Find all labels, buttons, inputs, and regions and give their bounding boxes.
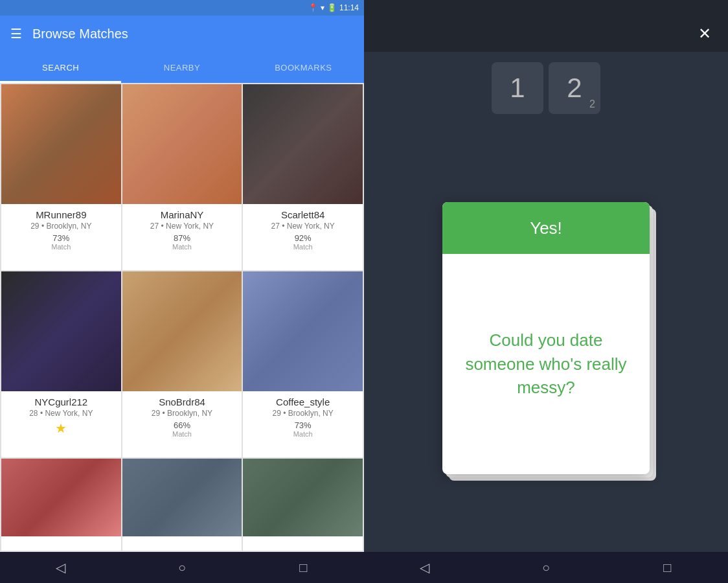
profile-age-loc: 28 • New York, NY xyxy=(6,409,116,418)
profile-card-partial-2[interactable] xyxy=(122,459,242,551)
profile-name: Coffee_style xyxy=(248,396,358,407)
profile-name: MarinaNY xyxy=(128,209,237,220)
app-title: Browse Matches xyxy=(32,27,128,41)
right-toolbar: ✕ xyxy=(364,16,728,52)
profile-match-pct: 66% xyxy=(128,420,237,430)
profile-match-label: Match xyxy=(128,243,237,251)
profile-photo-snowbrdr84 xyxy=(122,271,242,391)
tab-search[interactable]: SEARCH xyxy=(0,52,121,83)
profile-grid: MRunner89 29 • Brooklyn, NY 73% Match Ma… xyxy=(0,83,364,552)
card-body: Could you date someone who's really mess… xyxy=(442,254,650,474)
profile-match-pct: 73% xyxy=(248,420,358,430)
profile-card-coffee-style[interactable]: Coffee_style 29 • Brooklyn, NY 73% Match xyxy=(243,271,363,457)
profile-card-marinany[interactable]: MarinaNY 27 • New York, NY 87% Match xyxy=(122,84,242,270)
profile-photo-partial-2 xyxy=(122,459,242,536)
profile-card-partial-3[interactable] xyxy=(243,459,363,551)
nav-bar-right: ◁ ○ □ xyxy=(364,552,728,583)
nav-bar-left: ◁ ○ □ xyxy=(0,552,364,583)
profile-match-label: Match xyxy=(248,430,358,438)
profile-match-pct: 92% xyxy=(248,233,358,243)
profile-card-partial-1[interactable] xyxy=(1,459,121,551)
answer-tile-1[interactable]: 1 xyxy=(492,62,543,114)
profile-card-mrunner89[interactable]: MRunner89 29 • Brooklyn, NY 73% Match xyxy=(1,84,121,270)
card-stack: Yes! Could you date someone who's really… xyxy=(442,202,650,474)
toolbar: ☰ Browse Matches xyxy=(0,16,364,52)
tabs-bar: SEARCH NEARBY BOOKMARKS xyxy=(0,52,364,83)
home-button-right[interactable]: ○ xyxy=(527,552,565,583)
question-card[interactable]: Yes! Could you date someone who's really… xyxy=(442,202,650,474)
close-button[interactable]: ✕ xyxy=(692,21,718,47)
profile-name: SnoBrdr84 xyxy=(128,396,237,407)
card-header: Yes! xyxy=(442,202,650,254)
profile-photo-mrunner89 xyxy=(1,84,121,204)
back-button[interactable]: ◁ xyxy=(41,552,80,583)
tab-bookmarks[interactable]: BOOKMARKS xyxy=(243,52,364,83)
profile-photo-scarlett84 xyxy=(243,84,363,204)
profile-match-label: Match xyxy=(128,430,237,438)
bookmark-star-icon: ★ xyxy=(6,420,116,436)
home-button[interactable]: ○ xyxy=(163,552,201,583)
status-time: 11:14 xyxy=(339,3,359,12)
profile-age-loc: 29 • Brooklyn, NY xyxy=(128,409,237,418)
wifi-icon: ▾ xyxy=(321,3,324,12)
profile-card-scarlett84[interactable]: Scarlett84 27 • New York, NY 92% Match xyxy=(243,84,363,270)
app-container: 📍 ▾ 🔋 11:14 ☰ Browse Matches SEARCH NEAR… xyxy=(0,0,728,583)
right-panel: ✕ 1 2 2 Yes! Could you da xyxy=(364,0,728,583)
status-icons: 📍 ▾ 🔋 11:14 xyxy=(308,3,359,12)
profile-name: NYCgurl212 xyxy=(6,396,116,407)
profile-photo-nycgurl212 xyxy=(1,271,121,391)
profile-match-label: Match xyxy=(6,243,116,251)
recents-button[interactable]: □ xyxy=(284,552,323,583)
profile-photo-marinany xyxy=(122,84,242,204)
status-bar: 📍 ▾ 🔋 11:14 xyxy=(0,0,364,16)
profile-match-pct: 87% xyxy=(128,233,237,243)
question-text: Could you date someone who's really mess… xyxy=(458,328,634,399)
yes-label: Yes! xyxy=(530,218,562,238)
profile-photo-partial-3 xyxy=(243,459,363,536)
profile-card-snowbrdr84[interactable]: SnoBrdr84 29 • Brooklyn, NY 66% Match xyxy=(122,271,242,457)
profile-name: Scarlett84 xyxy=(248,209,358,220)
tab-nearby[interactable]: NEARBY xyxy=(121,52,242,83)
location-icon: 📍 xyxy=(308,3,318,12)
profile-card-nycgurl212[interactable]: NYCgurl212 28 • New York, NY ★ xyxy=(1,271,121,457)
profile-photo-partial-1 xyxy=(1,459,121,536)
right-status-bar xyxy=(364,0,728,16)
profile-age-loc: 27 • New York, NY xyxy=(128,222,237,231)
recents-button-right[interactable]: □ xyxy=(648,552,687,583)
battery-icon: 🔋 xyxy=(327,3,337,12)
profile-match-pct: 73% xyxy=(6,233,116,243)
profile-age-loc: 27 • New York, NY xyxy=(248,222,358,231)
profile-name: MRunner89 xyxy=(6,209,116,220)
answer-tiles: 1 2 2 xyxy=(364,52,728,124)
back-button-right[interactable]: ◁ xyxy=(405,552,444,583)
profile-match-label: Match xyxy=(248,243,358,251)
profile-age-loc: 29 • Brooklyn, NY xyxy=(6,222,116,231)
left-panel: 📍 ▾ 🔋 11:14 ☰ Browse Matches SEARCH NEAR… xyxy=(0,0,364,583)
question-area: Yes! Could you date someone who's really… xyxy=(364,124,728,552)
profile-age-loc: 29 • Brooklyn, NY xyxy=(248,409,358,418)
menu-icon[interactable]: ☰ xyxy=(10,26,22,41)
profile-photo-coffee-style xyxy=(243,271,363,391)
answer-tile-2[interactable]: 2 2 xyxy=(549,62,600,114)
